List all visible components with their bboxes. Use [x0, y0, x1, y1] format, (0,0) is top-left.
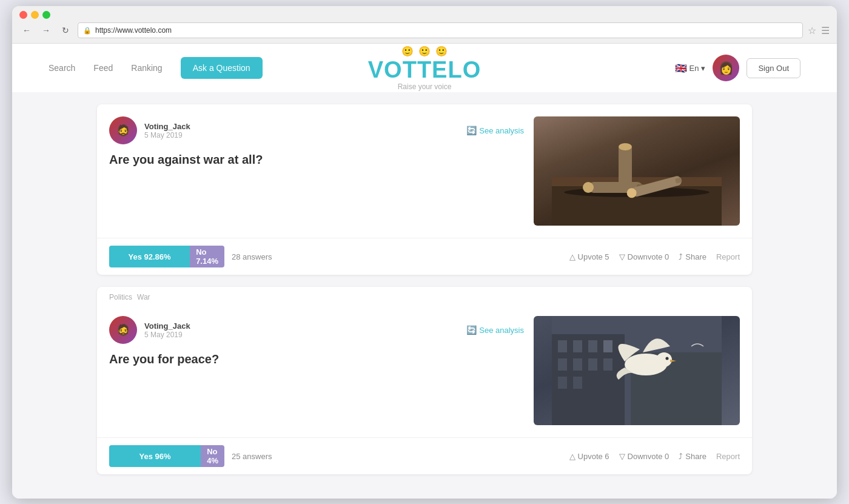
lang-selector[interactable]: 🇬🇧 En ▾ [675, 62, 706, 74]
dove-svg [552, 316, 722, 425]
logo-people: 🙂 🙂 🙂 [368, 45, 481, 57]
app-content: Search Feed Ranking Ask a Question 🙂 🙂 🙂… [12, 44, 837, 499]
upvote-icon-2: △ [569, 452, 576, 461]
tag-politics[interactable]: Politics [109, 293, 132, 301]
back-button[interactable]: ← [19, 23, 34, 38]
vote-bar-row-2: Yes 96% No 4% 25 answers △ Upvote 6 ▽ Do… [97, 437, 752, 474]
browser-actions: ☆ ☰ [808, 25, 830, 36]
svg-rect-24 [573, 377, 582, 389]
avatar-1: 🧔 [109, 116, 137, 144]
site-header: Search Feed Ranking Ask a Question 🙂 🙂 🙂… [12, 44, 837, 92]
bookmark-icon[interactable]: ☆ [808, 25, 816, 36]
svg-rect-3 [619, 147, 632, 186]
svg-rect-17 [588, 340, 597, 352]
sign-out-button[interactable]: Sign Out [747, 58, 800, 78]
svg-rect-18 [603, 340, 612, 352]
analysis-icon-1: 🔄 [466, 126, 477, 135]
svg-point-26 [656, 352, 672, 367]
username-2: Voting_Jack [144, 321, 190, 331]
svg-rect-15 [558, 340, 567, 352]
lang-label: En [690, 64, 699, 73]
person-icon-3: 🙂 [435, 45, 448, 57]
menu-icon[interactable]: ☰ [821, 25, 830, 36]
browser-dots [19, 11, 830, 19]
dot-maximize[interactable] [42, 11, 50, 19]
user-info-2: Voting_Jack 5 May 2019 [144, 321, 190, 339]
avatar-img-1: 🧔 [116, 124, 130, 137]
question-card-2: Politics War 🧔 Voting_Jack 5 May 2019 [97, 287, 752, 474]
upvote-button-1[interactable]: △ Upvote 5 [569, 252, 609, 261]
feed-container: 🧔 Voting_Jack 5 May 2019 🔄 See analysis [61, 92, 788, 499]
action-row-1: △ Upvote 5 ▽ Downvote 0 ⤴ Share Report [569, 252, 740, 261]
card-left-2: 🧔 Voting_Jack 5 May 2019 🔄 See analysis [109, 316, 524, 425]
card-right-2 [534, 316, 740, 425]
nav-search[interactable]: Search [49, 63, 75, 73]
question-text-2: Are you for peace? [109, 351, 524, 367]
browser-chrome: ← → ↻ 🔒 https://www.vottelo.com ☆ ☰ [12, 6, 837, 44]
vote-no-2[interactable]: No 4% [201, 445, 224, 467]
logo-center: 🙂 🙂 🙂 VOTTELO Raise your voice [368, 45, 481, 91]
user-avatar[interactable]: 👩 [713, 55, 739, 81]
user-row-1: 🧔 Voting_Jack 5 May 2019 🔄 See analysis [109, 116, 524, 144]
card-left-1: 🧔 Voting_Jack 5 May 2019 🔄 See analysis [109, 116, 524, 226]
svg-rect-22 [603, 358, 612, 371]
svg-rect-16 [573, 340, 582, 352]
vote-bar-row-1: Yes 92.86% No 7.14% 28 answers △ Upvote … [97, 238, 752, 275]
share-label-1: Share [685, 252, 706, 261]
ask-question-button[interactable]: Ask a Question [181, 57, 263, 79]
card-right-1 [534, 116, 740, 226]
tag-war[interactable]: War [137, 293, 150, 301]
answer-count-2: 25 answers [232, 452, 272, 461]
upvote-icon-1: △ [569, 252, 576, 261]
post-date-1: 5 May 2019 [144, 131, 190, 139]
vote-yes-1[interactable]: Yes 92.86% [109, 246, 190, 267]
reload-button[interactable]: ↻ [58, 23, 73, 38]
flag-icon: 🇬🇧 [675, 62, 687, 74]
upvote-button-2[interactable]: △ Upvote 6 [569, 452, 609, 461]
nav-feed[interactable]: Feed [93, 63, 113, 73]
report-button-1[interactable]: Report [716, 252, 740, 261]
see-analysis-2[interactable]: 🔄 See analysis [466, 325, 524, 335]
share-label-2: Share [685, 452, 706, 461]
logo-tagline: Raise your voice [368, 82, 481, 91]
svg-rect-23 [558, 377, 567, 389]
avatar-2: 🧔 [109, 316, 137, 344]
vote-yes-2[interactable]: Yes 96% [109, 445, 201, 467]
url-bar[interactable]: 🔒 https://www.vottelo.com [78, 22, 803, 38]
downvote-button-2[interactable]: ▽ Downvote 0 [619, 452, 669, 461]
answer-count-1: 28 answers [232, 252, 272, 261]
report-button-2[interactable]: Report [716, 452, 740, 461]
lang-chevron-icon: ▾ [701, 64, 705, 73]
logo-text: VOTTELO [368, 58, 481, 81]
share-button-2[interactable]: ⤴ Share [679, 452, 706, 461]
tags-row-2: Politics War [97, 287, 752, 304]
svg-rect-19 [558, 358, 567, 371]
downvote-button-1[interactable]: ▽ Downvote 0 [619, 252, 669, 261]
vote-no-1[interactable]: No 7.14% [190, 246, 224, 267]
forward-button[interactable]: → [39, 23, 53, 38]
nav-ranking[interactable]: Ranking [131, 63, 162, 73]
svg-rect-21 [588, 358, 597, 371]
vote-bar-1: Yes 92.86% No 7.14% [109, 246, 224, 267]
see-analysis-label-2: See analysis [479, 326, 524, 335]
dot-minimize[interactable] [31, 11, 39, 19]
user-info-1: Voting_Jack 5 May 2019 [144, 122, 190, 139]
post-image-1 [534, 116, 740, 226]
dot-close[interactable] [19, 11, 27, 19]
question-card-1: 🧔 Voting_Jack 5 May 2019 🔄 See analysis [97, 104, 752, 275]
nav-left: Search Feed Ranking Ask a Question [49, 57, 263, 79]
share-button-1[interactable]: ⤴ Share [679, 252, 706, 261]
avatar-img-2: 🧔 [116, 323, 130, 337]
downvote-icon-1: ▽ [619, 252, 625, 261]
post-date-2: 5 May 2019 [144, 331, 190, 339]
user-row-2: 🧔 Voting_Jack 5 May 2019 🔄 See analysis [109, 316, 524, 344]
vote-bar-2: Yes 96% No 4% [109, 445, 224, 467]
share-icon-1: ⤴ [679, 252, 683, 261]
analysis-icon-2: 🔄 [466, 325, 477, 335]
post-image-2 [534, 316, 740, 425]
share-icon-2: ⤴ [679, 452, 683, 461]
upvote-label-1: Upvote 5 [578, 252, 609, 261]
card-body-2: 🧔 Voting_Jack 5 May 2019 🔄 See analysis [97, 304, 752, 437]
svg-rect-20 [573, 358, 582, 371]
see-analysis-1[interactable]: 🔄 See analysis [466, 126, 524, 135]
